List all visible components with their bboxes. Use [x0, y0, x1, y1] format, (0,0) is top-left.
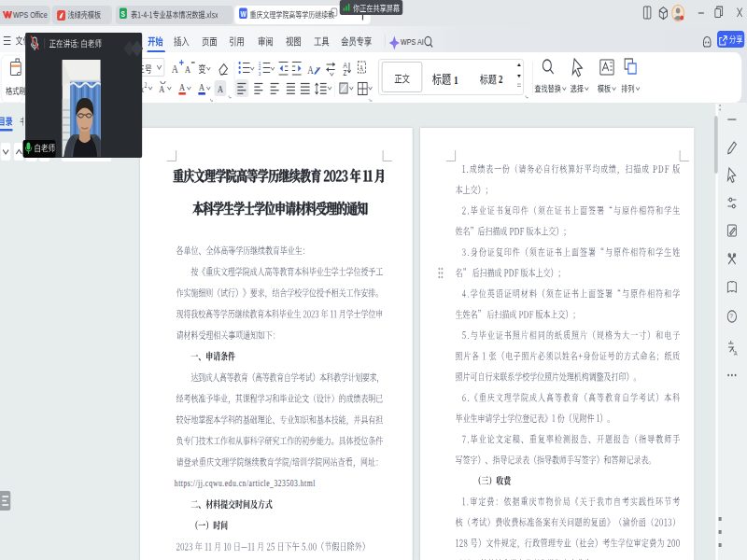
- svg-text:A: A: [179, 81, 185, 92]
- svg-text:A: A: [159, 83, 164, 94]
- svg-text:W: W: [241, 9, 247, 19]
- svg-text:A: A: [307, 64, 314, 76]
- svg-text:?: ?: [730, 313, 733, 320]
- svg-text:...: ...: [321, 10, 327, 20]
- svg-text:https://jj.cqwu.edu.cn/article: https://jj.cqwu.edu.cn/article_323503.ht…: [175, 478, 316, 488]
- svg-text:Z: Z: [344, 68, 347, 77]
- svg-text:A: A: [185, 63, 190, 75]
- svg-text:S: S: [121, 9, 125, 19]
- svg-text:A: A: [172, 63, 179, 76]
- svg-text:A: A: [218, 83, 223, 94]
- svg-text:2: 2: [499, 74, 502, 85]
- svg-text:3: 3: [259, 70, 261, 77]
- svg-text:1: 1: [454, 74, 458, 87]
- svg-text:2: 2: [145, 81, 148, 89]
- svg-text:A: A: [734, 349, 738, 357]
- svg-text:WPS Office: WPS Office: [13, 9, 48, 20]
- svg-text:WPS AI: WPS AI: [401, 36, 423, 47]
- svg-text:A: A: [199, 81, 204, 92]
- svg-text:A: A: [359, 64, 364, 73]
